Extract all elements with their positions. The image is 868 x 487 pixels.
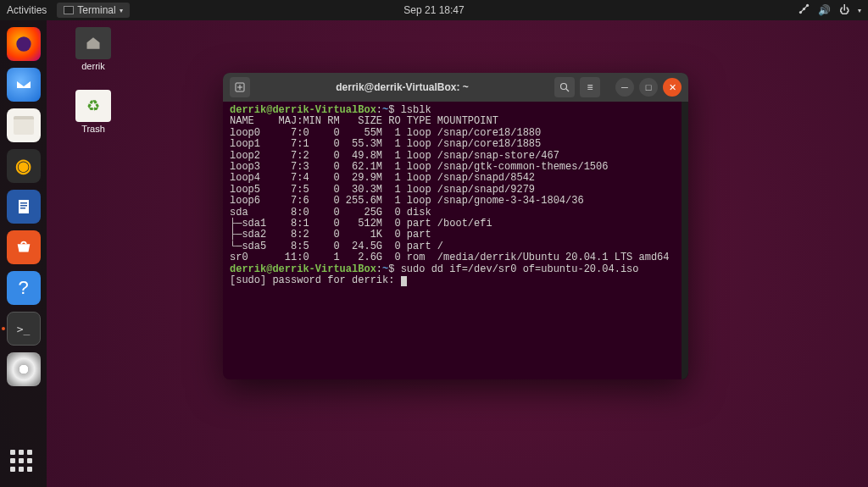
svg-point-3 [16, 36, 31, 51]
search-button[interactable] [554, 77, 575, 97]
power-icon: ⏻ [839, 4, 849, 16]
svg-rect-6 [20, 205, 27, 207]
show-applications-button[interactable] [10, 450, 37, 477]
svg-rect-4 [19, 200, 29, 213]
activities-button[interactable]: Activities [7, 4, 47, 16]
dock-writer[interactable] [7, 190, 41, 224]
desktop-home-label: derrik [68, 61, 119, 71]
menu-button[interactable]: ≡ [580, 77, 600, 97]
new-tab-button[interactable] [230, 77, 250, 97]
app-menu-button[interactable]: Terminal ▾ [57, 3, 129, 18]
svg-rect-7 [20, 208, 25, 209]
window-titlebar[interactable]: derrik@derrik-VirtualBox: ~ ≡ ─ □ ✕ [223, 73, 688, 102]
terminal-icon [64, 6, 74, 14]
system-tray[interactable]: 🔊 ⏻ ▾ [798, 3, 861, 17]
terminal-body[interactable]: derrik@derrik-VirtualBox:~$ lsblk NAME M… [223, 102, 688, 379]
maximize-button[interactable]: □ [639, 78, 658, 97]
close-button[interactable]: ✕ [663, 78, 682, 97]
home-icon [75, 27, 111, 59]
desktop-home-folder[interactable]: derrik [68, 27, 119, 71]
dock-disc[interactable] [7, 352, 41, 386]
trash-icon: ♻ [75, 90, 111, 122]
dock: ◉ ? >_ [0, 20, 47, 487]
network-icon [798, 3, 810, 17]
dock-thunderbird[interactable] [7, 68, 41, 102]
clock[interactable]: Sep 21 18:47 [403, 4, 464, 16]
window-title: derrik@derrik-VirtualBox: ~ [255, 81, 549, 93]
desktop-trash[interactable]: ♻ Trash [68, 90, 119, 134]
dock-firefox[interactable] [7, 27, 41, 61]
dock-rhythmbox[interactable]: ◉ [7, 149, 41, 183]
top-bar: Activities Terminal ▾ Sep 21 18:47 🔊 ⏻ ▾ [0, 0, 868, 20]
svg-point-9 [561, 84, 567, 90]
dock-files[interactable] [7, 108, 41, 142]
chevron-down-icon: ▾ [858, 7, 861, 14]
volume-icon: 🔊 [818, 4, 831, 16]
terminal-window: derrik@derrik-VirtualBox: ~ ≡ ─ □ ✕ derr… [223, 73, 688, 379]
svg-rect-5 [20, 202, 27, 204]
app-menu-label: Terminal [77, 4, 115, 16]
minimize-button[interactable]: ─ [615, 78, 634, 97]
dock-software[interactable] [7, 230, 41, 264]
desktop-trash-label: Trash [68, 124, 119, 134]
chevron-down-icon: ▾ [120, 7, 123, 14]
dock-terminal[interactable]: >_ [7, 312, 41, 346]
dock-help[interactable]: ? [7, 271, 41, 305]
